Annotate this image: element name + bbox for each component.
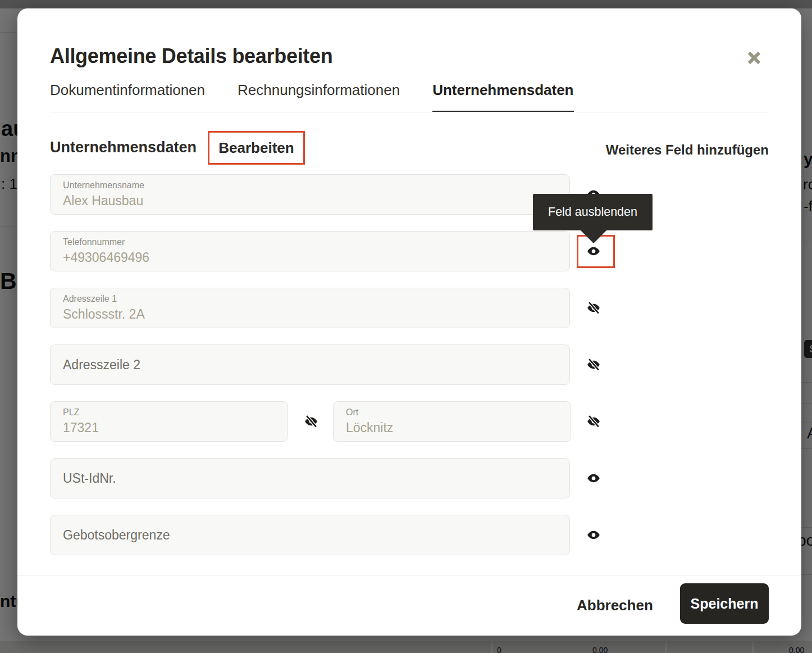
adresszeile2-field[interactable]: Adresszeile 2 — [50, 344, 570, 385]
field-value: Alex Hausbau — [63, 193, 143, 208]
field-value: +49306469496 — [63, 250, 149, 265]
eye-icon[interactable] — [586, 471, 601, 486]
save-button[interactable]: Speichern — [680, 583, 769, 624]
tooltip-text: Feld ausblenden — [548, 205, 637, 219]
section-heading: Unternehmensdaten — [50, 139, 197, 156]
tab-dokumentinformationen[interactable]: Dokumentinformationen — [50, 81, 205, 112]
close-button[interactable] — [744, 49, 764, 69]
field-value: Löcknitz — [346, 420, 393, 436]
plz-field[interactable]: PLZ 17321 — [50, 401, 288, 442]
gebotsobergrenze-field[interactable]: Gebotsobergrenze — [50, 515, 570, 555]
tab-bar: Dokumentinformationen Rechnungsinformati… — [50, 81, 574, 112]
cancel-button[interactable]: Abbrechen — [577, 597, 653, 614]
field-placeholder: Adresszeile 2 — [63, 357, 140, 373]
field-placeholder: USt-IdNr. — [63, 471, 116, 486]
adresszeile1-field[interactable]: Adresszeile 1 Schlossstr. 2A — [50, 288, 570, 328]
eye-icon[interactable] — [586, 528, 601, 542]
field-label: Telefonnummer — [63, 237, 125, 247]
field-label: Unternehmensname — [63, 180, 144, 191]
field-label: Ort — [346, 407, 358, 418]
ust-idnr-field[interactable]: USt-IdNr. — [50, 458, 570, 498]
footer-divider — [17, 575, 801, 575]
bearbeiten-button[interactable]: Bearbeiten — [208, 131, 305, 165]
close-icon — [745, 49, 763, 69]
field-placeholder: Gebotsobergrenze — [63, 528, 170, 543]
field-label: Adresszeile 1 — [63, 294, 117, 304]
unternehmensname-field[interactable]: Unternehmensname Alex Hausbau — [50, 174, 570, 215]
ort-field[interactable]: Ort Löcknitz — [333, 401, 571, 442]
eye-slash-icon[interactable] — [304, 414, 318, 429]
tab-rechnungsinformationen[interactable]: Rechnungsinformationen — [238, 81, 400, 112]
field-value: 17321 — [63, 420, 99, 436]
tab-divider — [50, 112, 769, 112]
modal-title: Allgemeine Details bearbeiten — [50, 44, 332, 68]
eye-icon[interactable] — [586, 244, 601, 259]
edit-details-modal: Allgemeine Details bearbeiten Dokumentin… — [17, 8, 801, 636]
telefonnummer-field[interactable]: Telefonnummer +49306469496 — [50, 231, 570, 271]
add-field-link[interactable]: Weiteres Feld hinzufügen — [606, 142, 769, 158]
eye-slash-icon[interactable] — [586, 414, 601, 429]
tooltip: Feld ausblenden — [533, 194, 653, 230]
tab-unternehmensdaten[interactable]: Unternehmensdaten — [432, 81, 573, 112]
eye-slash-icon[interactable] — [586, 301, 601, 315]
field-label: PLZ — [63, 407, 79, 418]
eye-slash-icon[interactable] — [586, 357, 601, 372]
field-value: Schlossstr. 2A — [63, 307, 145, 322]
